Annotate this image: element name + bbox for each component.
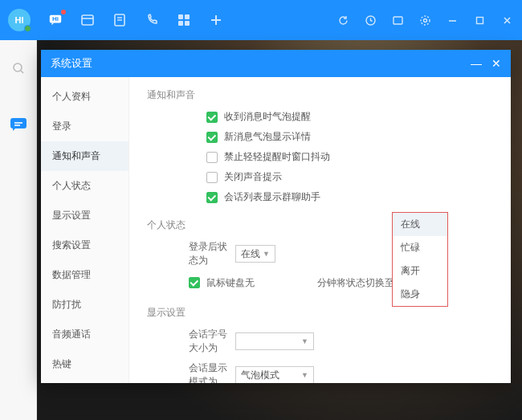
dropdown-option-2[interactable]: 离开: [393, 259, 447, 283]
svg-rect-18: [476, 17, 483, 23]
nav-add-icon[interactable]: [209, 13, 223, 27]
notify-label-1: 新消息气泡显示详情: [224, 130, 311, 144]
window-close-icon[interactable]: [500, 13, 514, 27]
settings-content: 通知和声音 收到消息时气泡提醒新消息气泡显示详情禁止轻轻提醒时窗口抖动关闭声音提…: [129, 77, 511, 383]
svg-text:Hi: Hi: [52, 15, 59, 22]
nav-item-8[interactable]: 音频通话: [41, 320, 128, 349]
svg-point-15: [423, 18, 426, 22]
font-size-label: 会话字号大小为: [147, 328, 235, 355]
display-mode-select[interactable]: 气泡模式▼: [235, 366, 314, 383]
section-label-notify: 通知和声音: [129, 84, 511, 107]
dialog-title: 系统设置: [51, 56, 92, 71]
svg-rect-9: [178, 21, 183, 26]
nav-chat-icon[interactable]: Hi: [48, 13, 63, 27]
notify-checkbox-3[interactable]: [206, 172, 218, 183]
dropdown-option-3[interactable]: 隐身: [393, 283, 447, 306]
left-strip: [0, 40, 37, 420]
section-label-display: 显示设置: [129, 301, 511, 324]
mouse-idle-prefix: 鼠标键盘无: [206, 276, 255, 290]
window-minimize-icon[interactable]: [445, 13, 459, 27]
settings-nav: 个人资料登录通知和声音个人状态显示设置搜索设置数据管理防打扰音频通话热键安全自动…: [41, 77, 129, 383]
mouse-idle-checkbox[interactable]: [189, 277, 200, 288]
login-status-label: 登录后状态为: [147, 240, 235, 267]
strip-chat-icon[interactable]: [0, 106, 37, 143]
nav-item-10[interactable]: 安全: [41, 379, 128, 383]
nav-apps-icon[interactable]: [177, 13, 191, 27]
notify-label-4: 会话列表显示群聊助手: [224, 190, 320, 204]
notify-checkbox-4[interactable]: [206, 192, 218, 203]
font-size-select[interactable]: ▼: [235, 332, 314, 350]
notify-label-2: 禁止轻轻提醒时窗口抖动: [224, 150, 330, 164]
login-status-select[interactable]: 在线▼: [235, 245, 275, 263]
nav-item-1[interactable]: 登录: [41, 112, 128, 141]
dialog-header: 系统设置 — ✕: [41, 50, 511, 77]
nav-item-6[interactable]: 数据管理: [41, 260, 128, 290]
display-mode-label: 会话显示模式为: [147, 361, 235, 383]
titlebar-folder-icon[interactable]: [390, 13, 405, 27]
dropdown-option-1[interactable]: 忙碌: [393, 236, 447, 259]
titlebar-history-icon[interactable]: [363, 13, 377, 27]
notify-checkbox-0[interactable]: [206, 112, 218, 123]
settings-dialog: 系统设置 — ✕ 个人资料登录通知和声音个人状态显示设置搜索设置数据管理防打扰音…: [41, 50, 511, 383]
nav-item-4[interactable]: 显示设置: [41, 201, 128, 230]
app-titlebar: HI Hi: [0, 0, 522, 40]
nav-item-3[interactable]: 个人状态: [41, 171, 128, 201]
dropdown-option-0[interactable]: 在线: [393, 213, 447, 236]
search-icon[interactable]: [0, 50, 37, 87]
avatar[interactable]: HI: [8, 9, 31, 31]
dialog-close-icon[interactable]: ✕: [491, 57, 501, 70]
nav-item-9[interactable]: 热键: [41, 349, 128, 379]
nav-contacts-icon[interactable]: [112, 13, 127, 27]
titlebar-settings-icon[interactable]: [418, 13, 432, 27]
notify-checkbox-1[interactable]: [206, 132, 218, 143]
nav-item-0[interactable]: 个人资料: [41, 82, 128, 112]
svg-rect-2: [82, 15, 93, 25]
window-maximize-icon[interactable]: [472, 13, 487, 27]
titlebar-refresh-icon[interactable]: [336, 13, 350, 27]
section-label-status: 个人状态: [129, 214, 511, 237]
mouse-idle-suffix: 分钟将状态切换至: [317, 276, 394, 290]
svg-line-22: [21, 71, 23, 73]
nav-phone-icon[interactable]: [145, 13, 159, 27]
svg-point-21: [14, 63, 22, 71]
dialog-minimize-icon[interactable]: —: [471, 57, 482, 70]
status-dropdown: 在线忙碌离开隐身: [392, 212, 448, 307]
svg-rect-14: [394, 17, 402, 24]
nav-calendar-icon[interactable]: [80, 13, 95, 27]
notify-checkbox-2[interactable]: [206, 152, 218, 163]
svg-point-16: [421, 16, 430, 25]
notify-label-3: 关闭声音提示: [224, 170, 282, 184]
notify-label-0: 收到消息时气泡提醒: [224, 110, 311, 124]
nav-item-7[interactable]: 防打扰: [41, 290, 128, 320]
svg-rect-10: [185, 21, 190, 26]
svg-rect-8: [185, 14, 190, 19]
nav-item-2[interactable]: 通知和声音: [41, 141, 128, 171]
svg-rect-7: [178, 14, 183, 19]
nav-item-5[interactable]: 搜索设置: [41, 230, 128, 260]
